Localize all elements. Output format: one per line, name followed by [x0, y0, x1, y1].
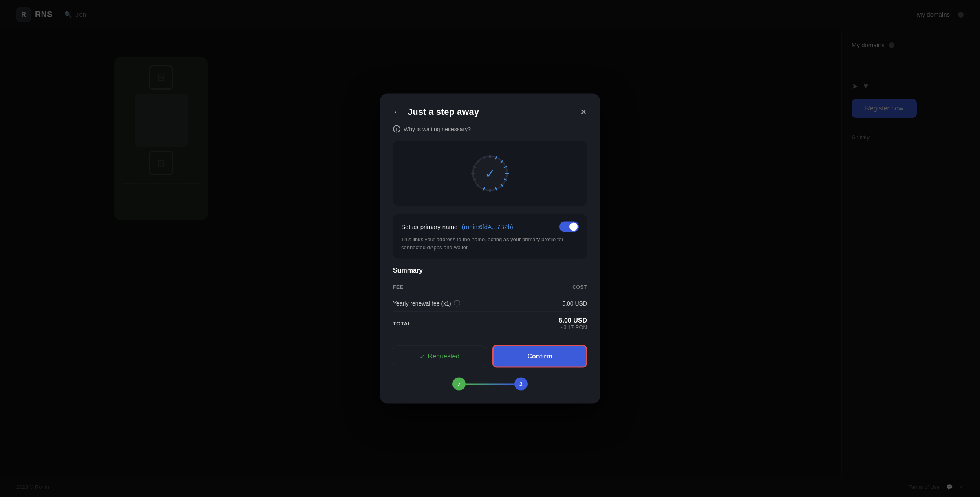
step-modal: ← Just a step away ✕ i Why is waiting ne…	[380, 94, 600, 404]
requested-label: Requested	[428, 353, 459, 360]
summary-title: Summary	[393, 267, 587, 274]
primary-name-section: Set as primary name (ronin:6fdA...7B2b) …	[393, 214, 587, 259]
primary-name-label-group: Set as primary name (ronin:6fdA...7B2b)	[401, 223, 513, 231]
modal-footer-buttons: ✓ Requested Confirm	[393, 345, 587, 368]
primary-name-top: Set as primary name (ronin:6fdA...7B2b)	[401, 222, 579, 232]
step-1-check-icon: ✓	[457, 380, 462, 388]
modal-close-button[interactable]: ✕	[580, 107, 587, 117]
step-1-complete: ✓	[452, 378, 466, 391]
step-progress-line	[466, 383, 514, 385]
yearly-fee-row: Yearly renewal fee (x1) i 5.00 USD	[393, 295, 587, 312]
summary-section: Summary FEE COST Yearly renewal fee (x1)…	[393, 267, 587, 335]
primary-name-description: This links your address to the name, act…	[401, 235, 579, 251]
modal-back-button[interactable]: ←	[393, 107, 402, 117]
col-cost-header: COST	[572, 284, 587, 290]
check-icon: ✓	[470, 153, 510, 194]
total-values: 5.00 USD ~3.17 RON	[559, 317, 587, 330]
yearly-fee-value: 5.00 USD	[562, 300, 587, 307]
summary-table: FEE COST Yearly renewal fee (x1) i 5.00 …	[393, 279, 587, 335]
progress-area: ✓	[393, 141, 587, 206]
confirm-button[interactable]: Confirm	[492, 345, 587, 368]
primary-name-address: (ronin:6fdA...7B2b)	[462, 223, 513, 230]
total-row: TOTAL 5.00 USD ~3.17 RON	[393, 312, 587, 335]
step-2-number: 2	[519, 381, 523, 387]
modal-header: ← Just a step away ✕	[393, 107, 587, 117]
primary-name-toggle[interactable]	[559, 222, 579, 232]
col-fee-header: FEE	[393, 284, 572, 290]
summary-header-row: FEE COST	[393, 279, 587, 295]
modal-title: Just a step away	[408, 107, 574, 117]
step-2-current: 2	[514, 378, 528, 391]
toggle-knob	[569, 223, 578, 231]
step-indicator: ✓ 2	[393, 378, 587, 391]
total-label: TOTAL	[393, 321, 559, 327]
spinner-container: ✓	[470, 153, 510, 194]
info-banner[interactable]: i Why is waiting necessary?	[393, 125, 587, 133]
total-secondary-value: ~3.17 RON	[559, 324, 587, 330]
total-primary-value: 5.00 USD	[559, 317, 587, 324]
primary-name-label: Set as primary name	[401, 223, 457, 230]
info-text: Why is waiting necessary?	[404, 126, 471, 132]
requested-button[interactable]: ✓ Requested	[393, 345, 486, 367]
fee-info-icon[interactable]: i	[454, 300, 460, 307]
yearly-fee-label: Yearly renewal fee (x1) i	[393, 300, 562, 307]
check-mark-icon: ✓	[419, 352, 425, 360]
info-icon: i	[393, 125, 400, 133]
